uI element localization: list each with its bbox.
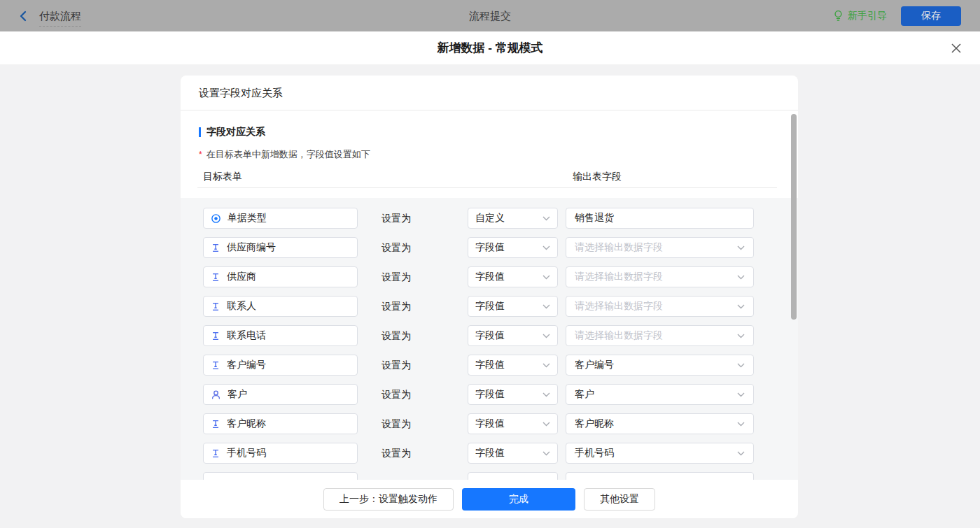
- mapping-row: 客户编号 设置为 字段值 客户编号: [203, 355, 798, 376]
- column-headers: 目标表单 输出表字段: [181, 171, 798, 186]
- done-button[interactable]: 完成: [462, 488, 575, 511]
- mode-select[interactable]: 自定义: [468, 208, 558, 229]
- mode-value: 字段值: [475, 388, 505, 401]
- target-field-box[interactable]: 供应商: [203, 266, 358, 287]
- bulb-icon: [833, 10, 844, 22]
- chevron-down-icon: [737, 392, 745, 397]
- mapping-row: 客户昵称 设置为 字段值 客户昵称: [203, 413, 798, 434]
- target-field-box[interactable]: 手机号码: [203, 443, 358, 464]
- chevron-down-icon: [737, 245, 745, 250]
- output-field-select[interactable]: 请选择输出数据字段: [566, 296, 754, 317]
- output-value: 客户编号: [575, 359, 614, 371]
- mapping-row: 手机号码 设置为 字段值 手机号码: [203, 443, 798, 464]
- previous-step-button[interactable]: 上一步：设置触发动作: [323, 488, 454, 511]
- output-value: 手机号码: [575, 447, 614, 459]
- output-field-select[interactable]: 请选择输出数据字段: [566, 237, 754, 258]
- mapping-row: 联系电话 设置为 字段值 请选择输出数据字段: [203, 325, 798, 346]
- text-field-icon: [211, 331, 220, 341]
- mode-value: 字段值: [475, 271, 505, 283]
- guide-label: 新手引导: [848, 10, 887, 22]
- target-field-box[interactable]: 单据类型: [203, 208, 358, 229]
- chevron-down-icon: [737, 275, 745, 280]
- output-field-select[interactable]: 请选择输出数据字段: [566, 266, 754, 287]
- target-field-label: 单据类型: [227, 212, 267, 224]
- scrollbar-thumb[interactable]: [791, 114, 797, 320]
- target-field-box[interactable]: 联系电话: [203, 325, 358, 346]
- target-field-label: 联系电话: [227, 329, 266, 342]
- section-hint: *在目标表单中新增数据，字段值设置如下: [199, 148, 370, 161]
- output-field-select[interactable]: 客户昵称: [566, 413, 754, 434]
- mode-select[interactable]: 字段值: [468, 443, 558, 464]
- chevron-down-icon: [542, 422, 550, 427]
- target-field-box[interactable]: 供应商编号: [203, 237, 358, 258]
- set-as-label: 设置为: [382, 325, 411, 346]
- target-field-label: 手机号码: [227, 447, 266, 459]
- chevron-down-icon: [737, 451, 745, 456]
- set-as-label: 设置为: [382, 237, 411, 258]
- mode-select[interactable]: 字段值: [468, 296, 558, 317]
- chevron-down-icon: [542, 304, 550, 309]
- mapping-row: 客户 设置为 字段值 客户: [203, 384, 798, 405]
- mapping-row: 联系人 设置为 字段值 请选择输出数据字段: [203, 296, 798, 317]
- set-as-label: 设置为: [382, 296, 411, 317]
- mode-select[interactable]: 字段值: [468, 266, 558, 287]
- output-value: 客户: [575, 388, 594, 401]
- column-divider: [197, 187, 777, 188]
- chevron-down-icon: [542, 334, 550, 338]
- chevron-down-icon: [542, 363, 550, 368]
- text-field-icon: [211, 243, 220, 253]
- text-field-icon: [211, 419, 220, 429]
- mode-select[interactable]: 字段值: [468, 325, 558, 346]
- mode-select[interactable]: 字段值: [468, 355, 558, 376]
- mode-value: 自定义: [475, 212, 505, 224]
- output-field-select[interactable]: 请选择输出数据字段: [566, 325, 754, 346]
- target-field-label: 客户昵称: [227, 418, 266, 430]
- mode-value: 字段值: [475, 359, 505, 371]
- other-settings-button[interactable]: 其他设置: [584, 488, 655, 511]
- mode-select[interactable]: 字段值: [468, 237, 558, 258]
- modal-header: 新增数据 - 常规模式: [0, 31, 980, 64]
- modal-title: 新增数据 - 常规模式: [0, 31, 980, 64]
- output-placeholder: 请选择输出数据字段: [575, 329, 663, 342]
- top-bar: 付款流程 流程提交 新手引导 保存: [0, 0, 980, 31]
- save-button[interactable]: 保存: [901, 6, 961, 26]
- mode-value: 字段值: [475, 300, 505, 313]
- output-field-select[interactable]: 客户: [566, 384, 754, 405]
- target-field-label: 联系人: [227, 300, 256, 313]
- target-field-label: 供应商: [227, 271, 256, 283]
- field-mapping-card: 设置字段对应关系 字段对应关系 *在目标表单中新增数据，字段值设置如下 目标表单…: [181, 76, 798, 518]
- set-as-label: 设置为: [382, 208, 411, 229]
- mapping-row: 单据类型 设置为 自定义 销售退货: [203, 208, 798, 229]
- close-icon[interactable]: [950, 42, 962, 55]
- required-asterisk: *: [199, 150, 202, 159]
- card-footer: 上一步：设置触发动作 完成 其他设置: [181, 480, 798, 518]
- section-accent-bar: [199, 127, 201, 137]
- chevron-down-icon: [542, 392, 550, 397]
- text-field-icon: [211, 301, 220, 312]
- output-field-select[interactable]: 手机号码: [566, 443, 754, 464]
- mode-value: 字段值: [475, 447, 505, 459]
- target-field-box[interactable]: 客户昵称: [203, 413, 358, 434]
- mode-select[interactable]: 字段值: [468, 413, 558, 434]
- output-placeholder: 请选择输出数据字段: [575, 271, 663, 283]
- mode-value: 字段值: [475, 241, 505, 254]
- target-field-label: 客户: [227, 388, 247, 401]
- newbie-guide-link[interactable]: 新手引导: [833, 10, 887, 22]
- text-field-icon: [211, 272, 220, 283]
- mapping-row: 供应商 设置为 字段值 请选择输出数据字段: [203, 266, 798, 287]
- column-output-fields: 输出表字段: [573, 171, 622, 183]
- target-field-box[interactable]: 客户编号: [203, 355, 358, 376]
- target-field-box[interactable]: 联系人: [203, 296, 358, 317]
- mode-value: 字段值: [475, 329, 505, 342]
- target-field-box[interactable]: 客户: [203, 384, 358, 405]
- chevron-down-icon: [737, 304, 745, 309]
- output-value-input[interactable]: 销售退货: [566, 208, 754, 229]
- chevron-down-icon: [542, 245, 550, 250]
- output-field-select[interactable]: 客户编号: [566, 355, 754, 376]
- user-icon: [211, 390, 221, 400]
- chevron-down-icon: [737, 363, 745, 368]
- set-as-label: 设置为: [382, 443, 411, 464]
- output-value: 销售退货: [575, 212, 614, 224]
- text-field-icon: [211, 360, 220, 371]
- mode-select[interactable]: 字段值: [468, 384, 558, 405]
